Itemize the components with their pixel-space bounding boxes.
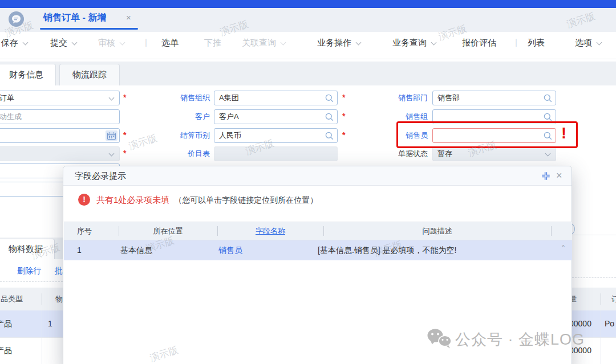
cell-seq: 1: [48, 310, 52, 337]
required-error-mark: !: [561, 125, 566, 142]
toolbar-select-bill-button[interactable]: 选单: [161, 38, 179, 48]
col-header-description: 问题描述: [323, 222, 551, 240]
sales-org-field[interactable]: A集团: [214, 91, 338, 105]
dialog-title: 字段必录提示: [75, 166, 126, 186]
cell-location: 基本信息: [120, 240, 152, 260]
chevron-down-icon: [109, 151, 115, 157]
bill-type-select[interactable]: 标准销售订单: [0, 91, 120, 105]
batch-fill-link[interactable]: 批: [55, 266, 63, 276]
scroll-up-icon[interactable]: ^: [562, 244, 565, 251]
error-icon: !: [78, 194, 90, 206]
search-icon[interactable]: [325, 112, 334, 122]
toolbar-submit-button[interactable]: 提交: [50, 38, 76, 48]
price-list-field: [214, 146, 338, 161]
date-field[interactable]: 2026/1/8: [0, 128, 120, 143]
collapse-icon[interactable]: [541, 171, 550, 181]
bill-status-label: 单据状态: [371, 146, 428, 161]
bill-number-field[interactable]: 保存时自动生成: [0, 109, 120, 124]
sales-org-label[interactable]: 销售组织: [153, 91, 210, 105]
chevron-down-icon: [545, 151, 551, 157]
tab-logistics-tracking[interactable]: 物流跟踪: [59, 64, 120, 85]
column-header-product-type: 品类型: [1, 288, 23, 310]
chevron-down-icon: [120, 40, 125, 46]
column-divider: [42, 310, 42, 364]
chevron-down-icon: [356, 40, 362, 46]
active-tab-underline: [40, 28, 138, 30]
cell-qty: 00000: [569, 337, 591, 364]
divider: [572, 277, 616, 278]
chevron-down-icon: [281, 40, 286, 46]
toolbar-business-operation-button[interactable]: 业务操作: [317, 38, 360, 48]
toolbar-push-down-button[interactable]: 下推: [204, 38, 221, 48]
chevron-down-icon: [72, 40, 78, 46]
column-divider: [551, 226, 552, 236]
tab-material-data[interactable]: 物料数据: [0, 239, 55, 259]
search-icon[interactable]: [325, 93, 334, 103]
column-divider: [601, 310, 601, 364]
tab-finance-info[interactable]: 财务信息: [0, 64, 56, 85]
cell-product-type: 产品: [0, 310, 12, 337]
sales-department-label[interactable]: 销售部门: [371, 91, 428, 105]
chevron-down-icon: [109, 95, 115, 101]
col-header-seq: 序号: [77, 222, 92, 240]
calendar-icon[interactable]: [106, 130, 117, 141]
col-header-field-name[interactable]: 字段名称: [217, 222, 323, 240]
col-header-location: 所在位置: [119, 222, 217, 240]
toolbar-audit-button[interactable]: 审核: [98, 38, 124, 48]
column-header-material: 物: [55, 288, 63, 310]
toolbar-related-query-button[interactable]: 关联查询: [242, 38, 285, 48]
message-bubble-icon[interactable]: [9, 11, 24, 27]
window-top-bar: [0, 0, 616, 8]
toolbar-options-button[interactable]: 选项: [575, 38, 601, 48]
sale-type-select[interactable]: 普通销售: [0, 146, 120, 161]
cell-unit: Po: [605, 310, 614, 337]
toolbar-quote-evaluation-button[interactable]: 报价评估: [462, 38, 496, 48]
toolbar-business-query-button[interactable]: 业务查询: [392, 38, 436, 48]
dialog-alert-text: 共有1处必录项未填（您可以单击字段链接定位到所在位置）: [96, 193, 318, 207]
required-fields-dialog: 字段必录提示 × ! 共有1处必录项未填（您可以单击字段链接定位到所在位置） 序…: [63, 166, 572, 364]
column-divider: [42, 293, 42, 305]
close-icon[interactable]: ×: [556, 170, 562, 182]
search-icon[interactable]: [543, 112, 553, 122]
required-field-highlight-box: [396, 121, 578, 148]
cell-qty: 00000: [569, 310, 591, 337]
settlement-currency-label[interactable]: 结算币别: [153, 128, 210, 143]
chevron-down-icon: [431, 40, 437, 46]
search-icon[interactable]: [325, 131, 334, 141]
chevron-down-icon: [23, 40, 29, 46]
toolbar-separator: |: [515, 37, 517, 47]
toolbar-separator: |: [145, 37, 147, 47]
customer-field[interactable]: 客户A: [214, 109, 338, 124]
delete-row-link[interactable]: 删除行: [17, 266, 41, 276]
search-icon[interactable]: [543, 93, 553, 103]
app-window: 销售订单 - 新增 × 保存 提交 审核 | 选单 下推 关联查询 业务操作 业…: [0, 0, 616, 364]
price-list-label[interactable]: 价目表: [153, 146, 210, 161]
tab-close-icon[interactable]: ×: [126, 13, 131, 22]
divider: [570, 235, 616, 235]
toolbar-save-button[interactable]: 保存: [1, 38, 27, 48]
sales-department-field[interactable]: 销售部: [432, 91, 556, 105]
toolbar: [0, 32, 616, 59]
chevron-down-icon: [597, 40, 602, 46]
cell-seq: 1: [77, 240, 82, 260]
cell-product-type: 产品: [0, 337, 12, 364]
customer-label[interactable]: 客户: [153, 109, 210, 124]
dialog-header[interactable]: [63, 166, 572, 186]
settlement-currency-field[interactable]: 人民币: [214, 128, 338, 143]
column-header-partial: 订: [611, 288, 616, 310]
column-divider: [601, 293, 601, 305]
divider: [0, 281, 63, 282]
cell-description: [基本信息.销售员] 是必填项，不能为空!: [318, 240, 456, 260]
toolbar-list-button[interactable]: 列表: [528, 38, 545, 48]
cell-field-link[interactable]: 销售员: [218, 240, 242, 260]
bill-status-select[interactable]: 暂存: [432, 146, 556, 161]
active-document-tab[interactable]: 销售订单 - 新增: [43, 12, 106, 24]
